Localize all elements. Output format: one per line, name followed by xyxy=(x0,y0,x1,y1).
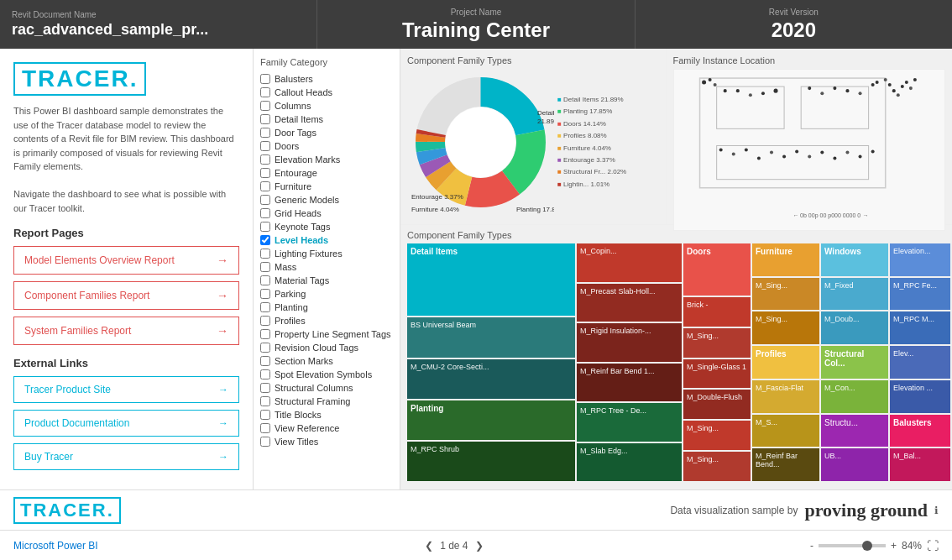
filter-item[interactable]: Spot Elevation Symbols xyxy=(260,368,393,381)
treemap-cell-elev[interactable]: Elev... xyxy=(890,346,950,379)
treemap-cell-ub[interactable]: UB... xyxy=(821,448,888,481)
treemap-cell-profiles[interactable]: Profiles xyxy=(752,346,819,379)
product-documentation-btn[interactable]: Product Documentation → xyxy=(13,410,239,437)
filter-item[interactable]: Structural Columns xyxy=(260,381,393,395)
treemap-cell-msing3[interactable]: M_Sing... xyxy=(683,452,751,481)
treemap-cell-detail-items[interactable]: Detail Items xyxy=(407,243,575,316)
treemap-cell-bs-universal[interactable]: BS Universal Beam xyxy=(407,317,575,357)
svg-point-24 xyxy=(708,78,711,81)
treemap-cell-cmu[interactable]: M_CMU-2 Core-Secti... xyxy=(407,359,575,399)
svg-point-56 xyxy=(845,151,849,154)
treemap-cell-slab-edg[interactable]: M_Slab Edg... xyxy=(577,443,682,482)
svg-point-53 xyxy=(808,155,811,159)
filter-item[interactable]: Columns xyxy=(260,99,393,113)
svg-point-29 xyxy=(761,92,764,95)
treemap-col-1: Detail Items BS Universal Beam M_CMU-2 C… xyxy=(407,243,575,481)
powerbi-link[interactable]: Microsoft Power BI xyxy=(13,540,98,552)
treemap-cell-msing-furn[interactable]: M_Sing... xyxy=(752,278,819,311)
treemap-cell-elevation[interactable]: Elevation... xyxy=(890,243,950,276)
treemap-cell-reinf2[interactable]: M_Reinf Bar Bend... xyxy=(752,448,819,481)
filter-item[interactable]: Elevation Marks xyxy=(260,153,393,166)
treemap-cell-msing1[interactable]: M_Sing... xyxy=(683,328,751,358)
svg-text:Entourage 3.37%: Entourage 3.37% xyxy=(411,193,463,201)
treemap-cell-mbal[interactable]: M_Bal... xyxy=(890,448,950,481)
component-families-report-btn[interactable]: Component Families Report → xyxy=(13,281,239,310)
filter-item[interactable]: Lighting Fixtures xyxy=(260,247,393,260)
footer-tracer-logo: TRACER. xyxy=(13,497,121,524)
filter-item[interactable]: Detail Items xyxy=(260,113,393,126)
doc-name-section: Revit Document Name rac_advanced_sample_… xyxy=(0,0,317,49)
treemap-cell-elevation2[interactable]: Elevation ... xyxy=(890,380,950,413)
filter-item[interactable]: Title Blocks xyxy=(260,408,393,421)
treemap-cell-single-glass[interactable]: M_Single-Glass 1 xyxy=(683,359,751,389)
treemap-cell-doub[interactable]: M_Doub... xyxy=(821,311,888,344)
treemap-title: Component Family Types xyxy=(407,230,945,240)
system-families-report-btn[interactable]: System Families Report → xyxy=(13,317,239,345)
treemap-cell-rpc-tree[interactable]: M_RPC Tree - De... xyxy=(577,403,682,442)
svg-text:21.89%: 21.89% xyxy=(537,118,554,125)
filter-item[interactable]: Grid Heads xyxy=(260,207,393,220)
filter-item[interactable]: Callout Heads xyxy=(260,86,393,99)
filter-item[interactable]: Section Marks xyxy=(260,354,393,368)
treemap-cell-windows[interactable]: Windows xyxy=(821,243,888,276)
treemap-cell-copin[interactable]: M_Copin... xyxy=(577,243,682,282)
treemap-cell-fixed[interactable]: M_Fixed xyxy=(821,278,888,311)
treemap-cell-rigid[interactable]: M_Rigid Insulation-... xyxy=(577,323,682,362)
treemap-cell-rpc-fe[interactable]: M_RPC Fe... xyxy=(890,278,950,311)
filter-item[interactable]: Entourage xyxy=(260,166,393,180)
treemap-cell-msing2[interactable]: M_Sing... xyxy=(683,421,751,450)
filter-item[interactable]: Parking xyxy=(260,287,393,301)
treemap-cell-rpc-shrub[interactable]: M_RPC Shrub xyxy=(407,442,575,481)
svg-point-52 xyxy=(795,150,798,154)
svg-point-34 xyxy=(845,89,849,92)
treemap-cell-precast[interactable]: M_Precast Slab-Holl... xyxy=(577,284,682,322)
treemap-cell-structu[interactable]: Structu... xyxy=(821,415,888,447)
filter-item[interactable]: Revision Cloud Tags xyxy=(260,341,393,354)
model-elements-report-btn[interactable]: Model Elements Overview Report → xyxy=(13,246,239,275)
treemap-cell-rpc-m[interactable]: M_RPC M... xyxy=(890,311,950,344)
filter-item[interactable]: Structural Framing xyxy=(260,395,393,408)
filter-item[interactable]: Generic Models xyxy=(260,193,393,207)
tracer-product-site-btn[interactable]: Tracer Product Site → xyxy=(13,376,239,403)
filter-item[interactable]: Material Tags xyxy=(260,274,393,287)
next-page-btn[interactable]: ❯ xyxy=(475,540,484,552)
treemap-cell-balusters[interactable]: Balusters xyxy=(890,415,950,447)
zoom-minus-btn[interactable]: - xyxy=(810,540,813,552)
prev-page-btn[interactable]: ❮ xyxy=(425,540,433,552)
zoom-slider[interactable] xyxy=(819,544,886,547)
filter-item[interactable]: Keynote Tags xyxy=(260,220,393,233)
treemap-cell-fascia[interactable]: M_Fascia-Flat xyxy=(752,380,819,413)
footer: TRACER. Data visualization sample by pro… xyxy=(0,489,952,530)
treemap-cell-ms[interactable]: M_S... xyxy=(752,415,819,447)
buy-tracer-btn[interactable]: Buy Tracer → xyxy=(13,443,239,470)
footer-info-icon[interactable]: ℹ xyxy=(934,505,939,516)
svg-text:Detail Items: Detail Items xyxy=(537,109,554,117)
treemap-cell-double-flush[interactable]: M_Double-Flush xyxy=(683,390,751,419)
treemap-cell-brick[interactable]: Brick - xyxy=(683,297,751,327)
filter-item[interactable]: Property Line Segment Tags xyxy=(260,327,393,341)
filter-item[interactable]: Balusters xyxy=(260,72,393,86)
doc-name-label: Revit Document Name xyxy=(12,10,305,19)
treemap-cell-structural-col[interactable]: Structural Col... xyxy=(821,346,888,379)
filter-item[interactable]: Profiles xyxy=(260,314,393,327)
version-section: Revit Version 2020 xyxy=(636,0,952,49)
filter-item[interactable]: View Reference xyxy=(260,421,393,435)
project-name-label: Project Name xyxy=(329,8,622,17)
treemap-cell-mcon[interactable]: M_Con... xyxy=(821,380,888,413)
treemap-cell-planting[interactable]: Planting xyxy=(407,400,575,440)
treemap-cell-msing-furn2[interactable]: M_Sing... xyxy=(752,311,819,344)
filter-item[interactable]: Mass xyxy=(260,260,393,274)
fullscreen-icon[interactable]: ⛶ xyxy=(927,539,939,552)
filter-item[interactable]: Level Heads xyxy=(260,233,393,247)
treemap-cell-furniture[interactable]: Furniture xyxy=(752,243,819,276)
zoom-plus-btn[interactable]: + xyxy=(891,540,897,552)
filter-item[interactable]: Furniture xyxy=(260,180,393,193)
filter-item[interactable]: Door Tags xyxy=(260,126,393,139)
arrow-icon: → xyxy=(218,451,228,463)
treemap-cell-reinf[interactable]: M_Reinf Bar Bend 1... xyxy=(577,364,682,402)
svg-point-25 xyxy=(713,83,716,86)
filter-item[interactable]: Doors xyxy=(260,139,393,153)
filter-item[interactable]: Planting xyxy=(260,301,393,314)
treemap-cell-doors[interactable]: Doors xyxy=(683,243,751,296)
filter-item[interactable]: View Titles xyxy=(260,435,393,448)
